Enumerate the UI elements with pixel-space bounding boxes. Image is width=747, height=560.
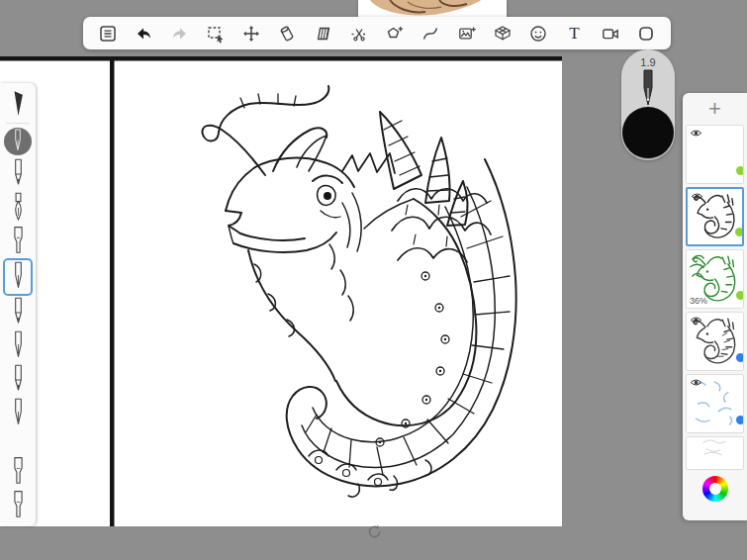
tool-marker-2[interactable] [3, 455, 33, 489]
cut-icon [349, 24, 369, 44]
pencil-3-icon [11, 364, 26, 396]
brush-size-label: 1.9 [640, 56, 655, 68]
nib-pen-icon [11, 398, 26, 429]
pencil-icon [11, 158, 26, 190]
eraser-icon [277, 24, 297, 44]
layer-item-6[interactable] [686, 436, 744, 470]
perspective-grid-button[interactable] [490, 21, 515, 47]
brush-sidebar [0, 83, 36, 526]
tool-pencil[interactable] [3, 157, 33, 191]
marker-3-icon [11, 490, 26, 521]
color-wheel-button[interactable] [702, 476, 728, 502]
shape-tool-button[interactable] [382, 21, 408, 47]
layer-item-2-selected[interactable] [686, 187, 744, 246]
layer-color-tag[interactable] [736, 416, 744, 424]
undo-button[interactable] [131, 21, 156, 47]
layer-color-tag[interactable] [736, 353, 744, 362]
layer-visibility-eye-icon[interactable] [690, 316, 702, 325]
fill-pattern-icon [314, 24, 333, 44]
add-layer-button[interactable]: + [683, 93, 747, 125]
stroke-curve-icon [420, 24, 440, 44]
fill-pattern-button[interactable] [311, 21, 336, 47]
layer-item-3[interactable]: 36% [686, 249, 744, 309]
layer-visibility-eye-icon[interactable] [690, 129, 702, 138]
mask-shape-button[interactable] [633, 21, 659, 47]
sticker-icon [528, 24, 548, 44]
sticker-button[interactable] [525, 21, 551, 47]
marker-icon [11, 226, 26, 257]
redo-icon [170, 24, 190, 44]
marker-2-icon [11, 456, 26, 488]
current-color-swatch[interactable] [622, 107, 674, 158]
canvas-rotate-button[interactable] [366, 523, 383, 540]
redo-button[interactable] [167, 21, 193, 47]
layer-visibility-eye-icon[interactable] [691, 192, 703, 201]
layer-item-1[interactable] [686, 125, 744, 184]
app-screen: T [0, 0, 747, 560]
tool-airbrush[interactable] [3, 87, 33, 121]
sidebar-divider [6, 123, 30, 124]
move-icon [241, 24, 261, 44]
tool-paint-brush[interactable] [3, 191, 33, 225]
airbrush-icon [11, 88, 26, 120]
tool-pencil-2[interactable] [3, 296, 33, 329]
tool-pencil-3[interactable] [3, 363, 33, 397]
tool-ink-pen[interactable] [3, 329, 33, 363]
layer-color-tag[interactable] [736, 166, 744, 175]
layer-thumbnail-faint-sketch [687, 437, 743, 469]
fountain-pen-icon [11, 261, 26, 293]
menu-button[interactable] [95, 21, 121, 47]
layer-color-tag[interactable] [736, 291, 744, 300]
tool-fountain-pen-selected[interactable] [3, 258, 33, 296]
layer-visibility-eye-icon[interactable] [690, 378, 702, 387]
layers-panel: + 36% [683, 93, 747, 520]
dragon-line-art [0, 56, 562, 526]
cut-button[interactable] [346, 21, 372, 47]
paint-brush-icon [11, 192, 26, 224]
layer-opacity-label: 36% [690, 296, 707, 306]
tool-marker-3[interactable] [3, 489, 33, 522]
video-record-icon [601, 24, 620, 44]
shape-tool-icon [385, 24, 405, 44]
layer-item-4[interactable] [686, 312, 744, 371]
page-border-vertical [110, 56, 115, 526]
mask-shape-icon [636, 24, 656, 44]
video-record-button[interactable] [598, 21, 623, 47]
tool-nib-pen[interactable] [3, 397, 33, 430]
brush-preview[interactable]: 1.9 [621, 49, 675, 160]
main-toolbar: T [83, 17, 671, 49]
move-button[interactable] [238, 21, 264, 47]
layer-color-tag[interactable] [735, 228, 744, 236]
tool-marker[interactable] [3, 225, 33, 258]
import-image-button[interactable] [454, 21, 480, 47]
rect-select-icon [206, 24, 226, 44]
undo-icon [134, 24, 153, 44]
import-image-icon [457, 24, 477, 44]
tool-active-pen[interactable] [4, 128, 32, 155]
rect-select-button[interactable] [203, 21, 229, 47]
perspective-grid-icon [493, 24, 513, 44]
active-pen-icon [12, 129, 24, 154]
canvas[interactable] [0, 56, 562, 526]
page-border-horizontal [0, 56, 562, 61]
pencil-2-icon [11, 297, 26, 328]
text-tool-icon: T [569, 24, 579, 44]
menu-icon [98, 24, 118, 44]
rotate-icon [366, 523, 383, 540]
eraser-button[interactable] [274, 21, 300, 47]
layer-item-5[interactable] [686, 374, 744, 433]
ink-pen-icon [11, 330, 26, 362]
stroke-curve-button[interactable] [418, 21, 443, 47]
text-tool-button[interactable]: T [561, 21, 587, 47]
